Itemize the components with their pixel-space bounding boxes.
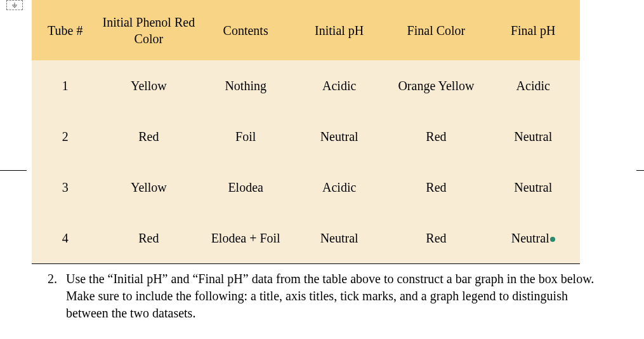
instruction-number: 2.: [44, 270, 57, 322]
col-header-initial-ph: Initial pH: [292, 0, 386, 60]
cell-final-color: Red: [386, 213, 486, 263]
cell-tube: 3: [32, 162, 98, 213]
cell-contents: Elodea + Foil: [199, 213, 292, 263]
cell-initial-ph: Acidic: [292, 162, 386, 213]
instruction-item: 2. Use the “Initial pH” and “Final pH” d…: [44, 270, 609, 322]
col-header-final-ph: Final pH: [486, 0, 580, 60]
cell-final-ph: Neutral: [486, 162, 580, 213]
cell-initial-color: Red: [98, 213, 199, 263]
col-header-initial-color: Initial Phenol Red Color: [98, 0, 199, 60]
cell-tube: 4: [32, 213, 98, 263]
col-header-final-color: Final Color: [386, 0, 486, 60]
cell-initial-color: Yellow: [98, 60, 199, 111]
cell-contents: Nothing: [199, 60, 292, 111]
margin-guide-right: [636, 170, 644, 171]
cell-final-ph: Neutral: [486, 213, 580, 263]
cell-initial-ph: Neutral: [292, 213, 386, 263]
cell-tube: 1: [32, 60, 98, 111]
cell-final-color: Orange Yellow: [386, 60, 486, 111]
cell-contents: Elodea: [199, 162, 292, 213]
anchor-icon: [6, 0, 23, 10]
col-header-contents: Contents: [199, 0, 292, 60]
cell-final-ph: Acidic: [486, 60, 580, 111]
col-header-tube: Tube #: [32, 0, 98, 60]
table-row: 3 Yellow Elodea Acidic Red Neutral: [32, 162, 580, 213]
text-cursor-icon: [550, 237, 555, 242]
table-row: 2 Red Foil Neutral Red Neutral: [32, 111, 580, 162]
table-header-row: Tube # Initial Phenol Red Color Contents…: [32, 0, 580, 60]
cell-initial-ph: Neutral: [292, 111, 386, 162]
margin-guide-left: [0, 170, 27, 171]
cell-initial-color: Red: [98, 111, 199, 162]
cell-contents: Foil: [199, 111, 292, 162]
cell-initial-ph: Acidic: [292, 60, 386, 111]
cell-tube: 2: [32, 111, 98, 162]
table-row: 4 Red Elodea + Foil Neutral Red Neutral: [32, 213, 580, 263]
data-table: Tube # Initial Phenol Red Color Contents…: [32, 0, 580, 264]
table-row: 1 Yellow Nothing Acidic Orange Yellow Ac…: [32, 60, 580, 111]
cell-final-ph: Neutral: [486, 111, 580, 162]
cell-initial-color: Yellow: [98, 162, 199, 213]
cell-final-color: Red: [386, 111, 486, 162]
instruction-text: Use the “Initial pH” and “Final pH” data…: [66, 270, 609, 322]
cell-final-color: Red: [386, 162, 486, 213]
